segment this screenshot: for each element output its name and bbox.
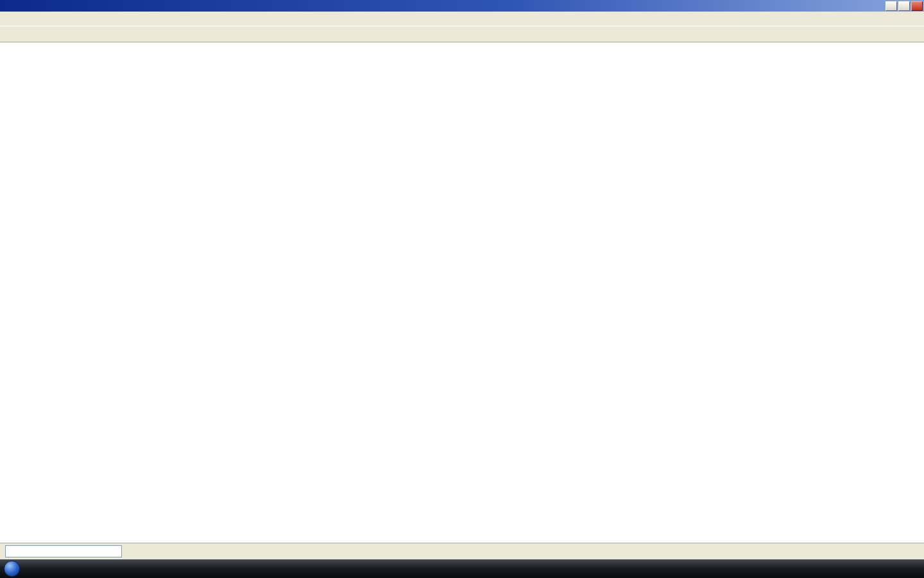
instrument-search[interactable] [5,545,122,557]
app-icon [2,1,11,10]
minimize-button[interactable] [886,1,897,11]
search-input[interactable] [8,547,107,556]
menu-bar [0,12,924,26]
close-button[interactable] [911,1,923,11]
bottom-bar [0,543,924,559]
start-button[interactable] [4,561,20,577]
title-bar [0,0,924,12]
toolbar [0,26,924,42]
system-tray [892,564,924,574]
tray-chevron-icon[interactable] [892,564,902,574]
taskbar [0,559,924,578]
maximize-button[interactable] [898,1,910,11]
chart-area [0,42,924,543]
